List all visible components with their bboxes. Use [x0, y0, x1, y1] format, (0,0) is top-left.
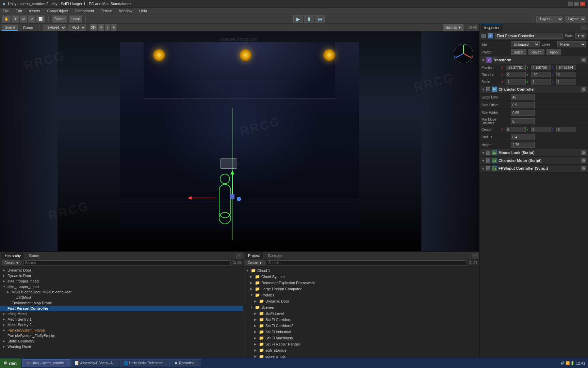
- hand-tool[interactable]: ✋: [2, 15, 11, 23]
- hier-item-dynamic-door-1[interactable]: ▶ Dynamic Door: [0, 267, 243, 273]
- menu-edit[interactable]: Edit: [14, 8, 23, 14]
- pause-button[interactable]: ⏸: [304, 15, 314, 23]
- proj-scifi-industrial[interactable]: ▶ 📁 Sci Fi Industrial: [243, 329, 479, 335]
- radius-input[interactable]: [511, 134, 535, 140]
- close-button[interactable]: ✕: [580, 1, 585, 6]
- center-y-input[interactable]: [531, 127, 551, 132]
- color-dropdown[interactable]: RGB: [68, 25, 86, 31]
- hierarchy-tab[interactable]: Hierarchy: [1, 252, 24, 259]
- cc-active-checkbox[interactable]: [486, 87, 490, 91]
- hier-item-fpc[interactable]: First Person Controller: [0, 306, 243, 311]
- taskbar-item-assembly[interactable]: 📝 Assembly-CSharp - A...: [71, 359, 119, 367]
- rotation-x-input[interactable]: [506, 72, 526, 77]
- scale-tool[interactable]: ⤢: [28, 15, 35, 23]
- taskbar-item-unity[interactable]: 🎮 Unity - scene_corrido...: [22, 359, 70, 367]
- taskbar-item-scriptref[interactable]: 🌐 Unity Script Reference...: [120, 359, 170, 367]
- proj-cloud-system[interactable]: ▶ 📁 Cloud System: [243, 274, 479, 280]
- charcontroller-header[interactable]: ▼ ⊙ Character Controller ⚙: [479, 86, 588, 93]
- scene-view[interactable]: Scene Game Textured RGB 2D ☀ ♪ ✦ Gizmos …: [0, 24, 479, 251]
- menu-assets[interactable]: Assets: [28, 8, 42, 14]
- position-x-input[interactable]: [506, 65, 526, 70]
- height-input[interactable]: [511, 142, 535, 148]
- play-button[interactable]: ▶: [293, 15, 303, 23]
- ml-active-checkbox[interactable]: [486, 151, 490, 155]
- console-tab[interactable]: Console: [264, 252, 285, 259]
- scale-z-input[interactable]: [556, 79, 576, 85]
- ml-settings-icon[interactable]: ⚙: [581, 150, 586, 155]
- layer-dropdown[interactable]: Player: [557, 41, 586, 47]
- min-move-input[interactable]: [511, 118, 535, 124]
- project-create-button[interactable]: Create ▼: [245, 260, 265, 265]
- layers-dropdown[interactable]: Layers: [536, 16, 563, 22]
- proj-scifi-corridors2[interactable]: ▶ 📁 Sci Fi Corridors2: [243, 323, 479, 329]
- proj-detonator[interactable]: ▶ 📁 Detonator Explosion Framework: [243, 280, 479, 286]
- hierarchy-create-button[interactable]: Create ▼: [2, 260, 21, 265]
- cc-settings-icon[interactable]: ⚙: [581, 87, 586, 92]
- gizmos-button[interactable]: Gizmos ▼: [443, 24, 464, 31]
- cm-settings-icon[interactable]: ⚙: [581, 158, 586, 163]
- inspector-tab[interactable]: Inspector: [481, 24, 503, 31]
- rotation-z-input[interactable]: [556, 72, 576, 77]
- transform-settings-icon[interactable]: ⚙: [581, 58, 586, 62]
- hier-item-envmap[interactable]: Environment Map Probe: [0, 300, 243, 306]
- cm-active-checkbox[interactable]: [486, 158, 490, 163]
- hier-item-idling[interactable]: ▶ Idling Mech: [0, 311, 243, 317]
- static-dropdown[interactable]: ▼: [575, 33, 586, 39]
- skin-width-input[interactable]: [511, 110, 535, 116]
- menu-gameobject[interactable]: GameObject: [46, 8, 69, 14]
- layout-dropdown[interactable]: Layout: [565, 16, 586, 22]
- hierarchy-search-input[interactable]: [23, 260, 231, 266]
- step-button[interactable]: ⏭: [315, 15, 325, 23]
- center-x-input[interactable]: [506, 127, 526, 132]
- menu-component[interactable]: Component: [73, 8, 95, 14]
- project-tab[interactable]: Project: [245, 252, 263, 259]
- tag-dropdown[interactable]: Untagged: [511, 41, 540, 47]
- position-y-input[interactable]: [531, 65, 551, 70]
- scale-y-input[interactable]: [531, 79, 551, 85]
- proj-scenes[interactable]: ▼ 📁 Scenes: [243, 304, 479, 310]
- fpsinput-header[interactable]: ▼ CS FPSInput Controller (Script) ⚙: [479, 165, 588, 172]
- object-active-checkbox[interactable]: [481, 34, 486, 38]
- prefab-revert-button[interactable]: Revert: [528, 49, 544, 55]
- taskbar-item-recording[interactable]: ⏺ Recording...: [170, 359, 201, 367]
- step-offset-input[interactable]: [511, 102, 535, 108]
- pivot-center-button[interactable]: Center: [52, 15, 67, 23]
- center-z-input[interactable]: [556, 127, 576, 132]
- menu-file[interactable]: File: [1, 8, 10, 14]
- proj-dynamicdoor[interactable]: ▶ 📁 Dynamic Door: [243, 298, 479, 304]
- maximize-button[interactable]: □: [574, 1, 579, 6]
- mouselook-header[interactable]: ▼ CS Mouse Look (Script) ⚙: [479, 149, 588, 157]
- transform-component-header[interactable]: ▼ ⤢ Transform ⚙: [479, 56, 588, 64]
- hier-item-trooper2[interactable]: ▼ elite_trooper_head: [0, 284, 243, 289]
- proj-scifi-machinery[interactable]: ▶ 📁 Sci Fi Machinery: [243, 335, 479, 341]
- proj-scifi-storage[interactable]: ▶ 📁 scifi_storage: [243, 347, 479, 353]
- minimize-button[interactable]: ─: [568, 1, 573, 6]
- rect-tool[interactable]: ⬜: [36, 15, 45, 23]
- scene-toggle-fx[interactable]: ✦: [111, 24, 117, 31]
- hierarchy-panel-menu[interactable]: ≡: [236, 253, 242, 258]
- hier-item-mech1[interactable]: ▶ Mech Sentry 1: [0, 317, 243, 322]
- project-panel-menu[interactable]: ≡: [472, 253, 478, 258]
- charmotor-header[interactable]: ▼ CS Character Motor (Script) ⚙: [479, 157, 588, 165]
- move-tool[interactable]: ✛: [12, 15, 19, 23]
- pivot-local-button[interactable]: Local: [69, 15, 82, 23]
- fps-active-checkbox[interactable]: [486, 166, 490, 170]
- hier-item-u3dmesh[interactable]: U3DMesh: [0, 295, 243, 300]
- hier-item-mech2[interactable]: ▶ Mech Sentry 2: [0, 322, 243, 327]
- proj-scifi-repair[interactable]: ▶ 📁 Sci Fi Repair Hanger: [243, 341, 479, 347]
- hier-item-pssmoke[interactable]: ParticleSystem_FluffySmoke: [0, 333, 243, 338]
- fps-settings-icon[interactable]: ⚙: [581, 166, 586, 171]
- hier-item-ms3d[interactable]: ▶ MS3DSceneRoot_MS3DSceneRoot: [0, 289, 243, 295]
- rotate-tool[interactable]: ↺: [20, 15, 27, 23]
- rotation-y-input[interactable]: [531, 72, 551, 77]
- scene-cursor[interactable]: [220, 152, 222, 154]
- menu-window[interactable]: Window: [118, 8, 134, 14]
- scene-toggle-2d[interactable]: 2D: [89, 24, 97, 31]
- scale-x-input[interactable]: [506, 79, 526, 85]
- game-tab[interactable]: Game: [20, 25, 36, 30]
- proj-large-computer[interactable]: ▶ 📁 Large Upright Computer: [243, 286, 479, 292]
- position-z-input[interactable]: [556, 65, 576, 70]
- scene-content[interactable]: RRCG RRCG RRCG RRCG www.rrcg.cn Y X: [0, 31, 479, 251]
- proj-cloud1[interactable]: ▼ 📁 Cloud 1: [243, 267, 479, 274]
- menu-help[interactable]: Help: [138, 8, 148, 14]
